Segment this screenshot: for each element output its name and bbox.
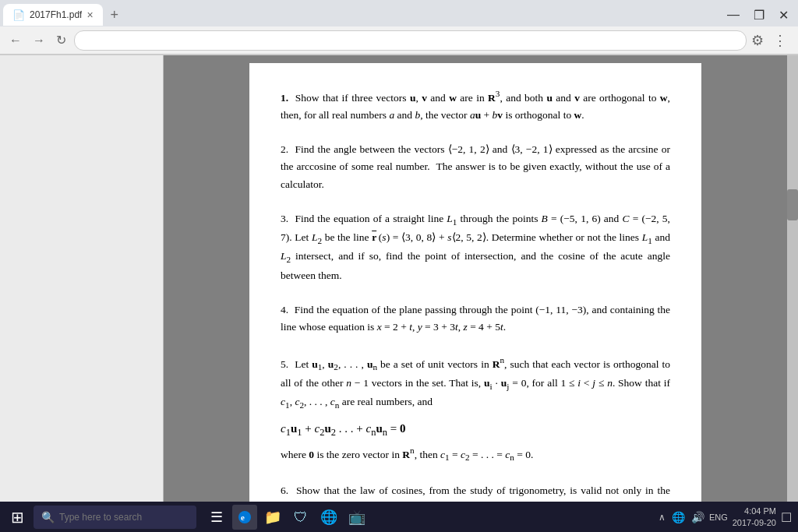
svg-text:e: e [241, 513, 245, 522]
problem-4-text: 4. Find the equation of the plane passin… [281, 301, 670, 336]
clock-time: 4:04 PM [733, 506, 776, 517]
browser-menu-button[interactable]: ⋮ [768, 30, 792, 51]
taskbar-app-edge[interactable]: e [232, 505, 257, 530]
taskbar-start: ⊞ [6, 508, 29, 527]
tab-close-button[interactable]: × [87, 9, 93, 21]
pdf-content: 1. Show that if three vectors u, v and w… [249, 63, 701, 502]
problem-3: 3. Find the equation of a straight line … [281, 210, 670, 284]
problem-1: 1. Show that if three vectors u, v and w… [281, 86, 670, 124]
problem-2: 2. Find the angle between the vectors ⟨−… [281, 141, 670, 193]
taskbar-clock[interactable]: 4:04 PM 2017-09-20 [733, 506, 776, 530]
notification-icon[interactable]: ☐ [781, 510, 792, 525]
pdf-scrollbar[interactable] [787, 55, 798, 502]
problem-3-text: 3. Find the equation of a straight line … [281, 210, 670, 284]
network-icon[interactable]: 🌐 [672, 511, 685, 523]
problem-5-equation: c1u1 + c2u2 . . . + cnun = 0 [281, 419, 670, 441]
scrollbar-thumb[interactable] [787, 189, 798, 220]
tray-chevron-icon[interactable]: ∧ [659, 512, 666, 523]
problem-6-text-a: 6. Show that the law of cosines, from th… [281, 482, 670, 502]
problem-4: 4. Find the equation of the plane passin… [281, 301, 670, 336]
problem-6: 6. Show that the law of cosines, from th… [281, 482, 670, 502]
taskbar-app-media[interactable]: 📺 [344, 505, 369, 530]
search-input[interactable] [59, 512, 184, 523]
taskbar-search-box[interactable]: 🔍 [34, 506, 196, 529]
taskbar-app-folder[interactable]: 📁 [260, 505, 285, 530]
address-bar[interactable] [74, 30, 747, 51]
back-button[interactable]: ← [6, 32, 25, 49]
problem-2-text: 2. Find the angle between the vectors ⟨−… [281, 141, 670, 193]
language-indicator[interactable]: ENG [709, 513, 728, 522]
taskbar-app-shield[interactable]: 🛡 [288, 505, 313, 530]
new-tab-button[interactable]: + [106, 5, 124, 25]
settings-icon: ⚙ [751, 32, 764, 49]
problem-1-text: 1. Show that if three vectors u, v and w… [281, 86, 670, 124]
forward-button[interactable]: → [30, 32, 48, 49]
problem-5-text-b: where 0 is the zero vector in Rn, then c… [281, 443, 670, 465]
window-minimize-button[interactable]: — [721, 6, 746, 24]
problem-5-text-a: 5. Let u1, u2, . . . , un be a set of un… [281, 353, 670, 412]
browser-tab[interactable]: 📄 2017Fh1.pdf × [3, 4, 103, 26]
tab-title: 2017Fh1.pdf [30, 9, 82, 20]
pdf-page-area: 1. Show that if three vectors u, v and w… [164, 55, 787, 502]
problem-5: 5. Let u1, u2, . . . , un be a set of un… [281, 353, 670, 465]
pdf-sidebar [0, 55, 164, 502]
window-restore-button[interactable]: ❐ [747, 6, 771, 24]
taskbar-app-browser2[interactable]: 🌐 [316, 505, 341, 530]
system-tray: ∧ 🌐 🔊 [659, 511, 704, 523]
clock-date: 2017-09-20 [733, 517, 776, 529]
refresh-button[interactable]: ↻ [53, 31, 69, 49]
taskbar-apps: ☰ e 📁 🛡 🌐 📺 [204, 505, 369, 530]
taskbar: ⊞ 🔍 ☰ e 📁 🛡 🌐 📺 ∧ 🌐 🔊 ENG 4:04 PM 2017-0… [0, 502, 798, 532]
windows-logo[interactable]: ⊞ [6, 508, 29, 527]
search-icon: 🔍 [41, 511, 55, 524]
volume-icon[interactable]: 🔊 [691, 511, 704, 523]
taskbar-app-view[interactable]: ☰ [204, 505, 229, 530]
taskbar-right: ∧ 🌐 🔊 ENG 4:04 PM 2017-09-20 ☐ [659, 506, 792, 530]
pdf-icon: 📄 [12, 9, 25, 21]
window-close-button[interactable]: ✕ [772, 6, 795, 24]
